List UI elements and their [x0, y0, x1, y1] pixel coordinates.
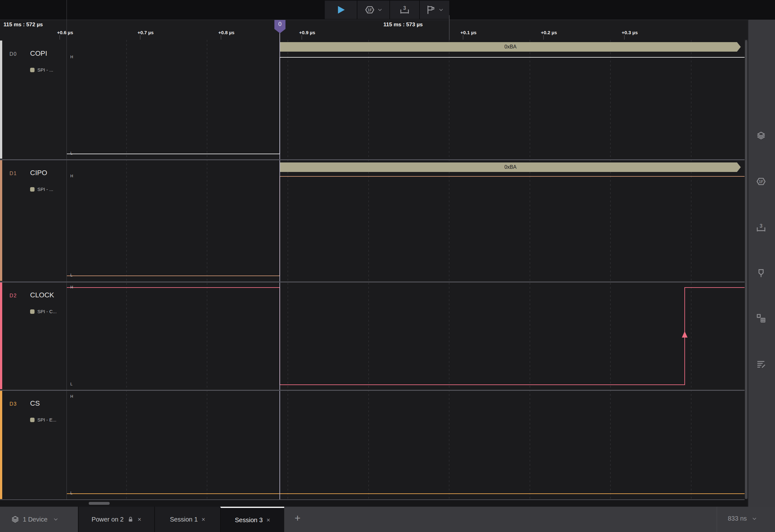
- row-separator: [0, 390, 745, 391]
- chevron-down-icon: [377, 7, 382, 12]
- add-session-button[interactable]: +: [290, 512, 304, 524]
- horizontal-scrollbar[interactable]: [89, 502, 110, 505]
- capture-settings-icon[interactable]: [755, 130, 767, 141]
- row-separator: [0, 499, 745, 500]
- timeline-ruler[interactable]: 115 ms : 572 µs 115 ms : 573 µs +0.6 µs+…: [0, 20, 775, 40]
- channel-id-d0: D0: [10, 51, 17, 57]
- spi-result-bubble[interactable]: 0xBA: [280, 162, 741, 172]
- timing-marker-label: 0: [278, 21, 281, 33]
- chevron-down-icon: [53, 517, 58, 522]
- ruler-tick-label: +0.9 µs: [299, 30, 315, 35]
- device-label: 1 Device: [23, 516, 48, 523]
- ruler-tick-label: +0.2 µs: [541, 30, 557, 35]
- ruler-tick-label: +0.8 µs: [218, 30, 234, 35]
- tab-label: Session 3: [235, 516, 263, 524]
- play-icon: [336, 5, 346, 15]
- channel-name[interactable]: CIPO: [30, 169, 47, 177]
- chevron-down-icon: [439, 7, 444, 12]
- bottom-bar: 1 Device Power on 2×Session 1×Session 3×…: [0, 507, 775, 532]
- channel-id-d3: D3: [10, 401, 17, 407]
- device-selector[interactable]: 1 Device: [0, 507, 78, 532]
- channel-analyzer-label[interactable]: SPI - C...: [37, 309, 57, 314]
- channel-color-strip: [0, 390, 2, 499]
- svg-text:1F: 1F: [759, 180, 763, 184]
- ruler-tick-label: +0.3 µs: [622, 30, 638, 35]
- ruler-tick-label: +0.6 µs: [57, 30, 73, 35]
- channel-label-panel: [0, 40, 67, 500]
- tab-label: Session 1: [170, 516, 198, 523]
- plot-gridline: [691, 40, 691, 500]
- play-button[interactable]: [325, 1, 357, 19]
- measurements-icon[interactable]: 3: [755, 222, 767, 233]
- top-toolbar: 1F3: [0, 0, 775, 20]
- spi-result-value: 0xBA: [505, 164, 517, 170]
- close-tab-icon[interactable]: ×: [266, 516, 270, 524]
- session-tabstrip: Power on 2×Session 1×Session 3×: [78, 507, 284, 532]
- plot-gridline: [288, 40, 288, 500]
- channel-color-strip: [0, 41, 2, 159]
- hex-icon: 1F: [365, 5, 375, 15]
- channel-color-strip: [0, 160, 2, 281]
- plot-gridline: [368, 40, 369, 500]
- analyzer-button[interactable]: 1F: [357, 1, 390, 19]
- lock-icon: [127, 516, 134, 523]
- notes-icon[interactable]: [755, 358, 767, 370]
- channel-analyzer-label[interactable]: SPI - ...: [37, 187, 53, 192]
- bottombar-divider: [717, 507, 717, 532]
- chevron-down-icon: [752, 516, 757, 521]
- channel-name[interactable]: CS: [30, 399, 40, 408]
- measure-button[interactable]: 3: [390, 1, 419, 19]
- ruler-icon: 3: [400, 5, 410, 15]
- tab-label: Power on 2: [92, 516, 124, 523]
- channel-analyzer-label[interactable]: SPI - ...: [37, 67, 53, 73]
- plot-gridline: [207, 40, 207, 500]
- ruler-tick-mark: [463, 35, 463, 40]
- flag-button[interactable]: [420, 1, 449, 19]
- close-tab-icon[interactable]: ×: [137, 516, 141, 523]
- session-tab-2[interactable]: Session 1×: [154, 507, 220, 532]
- svg-text:3: 3: [404, 5, 406, 11]
- ruler-tick-mark: [543, 35, 544, 40]
- ruler-tick-mark: [60, 35, 60, 40]
- channel-id-d2: D2: [10, 293, 17, 299]
- ruler-section-label-left: 115 ms : 572 µs: [3, 22, 43, 28]
- spi-result-bubble[interactable]: 0xBA: [280, 42, 741, 52]
- waveform-canvas[interactable]: [67, 40, 745, 500]
- extensions-icon[interactable]: [755, 313, 767, 324]
- svg-text:1F: 1F: [367, 8, 371, 12]
- annotations-icon[interactable]: [755, 267, 767, 279]
- ruler-tick-label: +0.7 µs: [137, 30, 154, 35]
- plot-gridline: [449, 40, 449, 500]
- analyzer-color-dot: [30, 68, 35, 72]
- session-tab-1[interactable]: Power on 2×: [78, 507, 154, 532]
- analyzers-icon[interactable]: 1F: [755, 176, 767, 187]
- ruler-tick-label: +0.1 µs: [461, 30, 477, 35]
- right-sidebar: 1F3: [748, 20, 775, 507]
- analyzer-color-dot: [30, 187, 35, 192]
- close-tab-icon[interactable]: ×: [201, 516, 205, 523]
- analyzer-color-dot: [30, 309, 35, 314]
- logic-analyzer-app: 1F3 115 ms : 572 µs 115 ms : 573 µs +0.6…: [0, 0, 775, 532]
- session-tab-3[interactable]: Session 3×: [220, 507, 284, 532]
- channel-analyzer-label[interactable]: SPI - E...: [37, 417, 56, 422]
- timebase-selector[interactable]: 833 ns: [728, 515, 757, 522]
- channel-name[interactable]: CLOCK: [30, 291, 54, 299]
- ruler-tick-mark: [624, 35, 625, 40]
- device-layers-icon: [11, 515, 20, 524]
- plot-gridline: [530, 40, 530, 500]
- plot-gridline: [126, 40, 127, 500]
- major-division-line: [449, 15, 450, 40]
- bottom-strip: [0, 500, 748, 507]
- spi-result-value: 0xBA: [505, 44, 517, 50]
- channel-id-d1: D1: [10, 171, 17, 176]
- timebase-label: 833 ns: [728, 515, 747, 522]
- channel-color-strip: [0, 282, 2, 389]
- row-separator: [0, 282, 745, 282]
- ruler-section-label-right: 115 ms : 573 µs: [383, 22, 423, 28]
- vertical-scrollbar[interactable]: [745, 40, 747, 499]
- channel-name[interactable]: COPI: [30, 49, 47, 58]
- row-separator: [0, 159, 745, 160]
- flag-icon: [426, 5, 436, 15]
- ruler-tick-mark: [221, 35, 221, 40]
- plot-gridline: [610, 40, 611, 500]
